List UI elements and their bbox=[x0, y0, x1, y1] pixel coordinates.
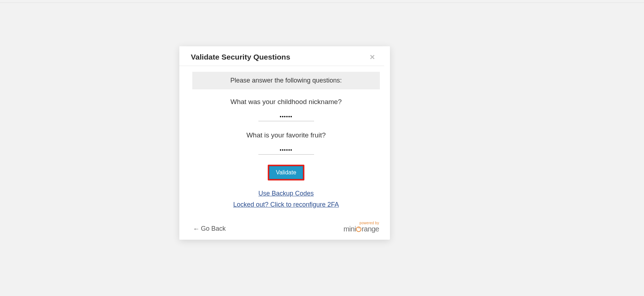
answer-input-2[interactable] bbox=[258, 145, 314, 155]
instruction-text: Please answer the following questions: bbox=[192, 72, 380, 89]
powered-by-badge: powered by minirange bbox=[344, 221, 379, 232]
modal-header: Validate Security Questions × bbox=[179, 46, 384, 66]
brand-logo: minirange bbox=[344, 225, 379, 233]
close-icon[interactable]: × bbox=[368, 53, 377, 61]
go-back-link[interactable]: ← Go Back bbox=[193, 225, 226, 232]
modal-footer: ← Go Back powered by minirange bbox=[179, 219, 390, 240]
powered-by-text: powered by bbox=[344, 221, 379, 225]
brand-orange-icon bbox=[356, 225, 362, 232]
security-questions-modal: Validate Security Questions × Please ans… bbox=[179, 46, 390, 240]
backup-codes-row: Use Backup Codes bbox=[192, 190, 380, 197]
brand-part2: range bbox=[362, 225, 379, 233]
arrow-left-icon: ← bbox=[193, 226, 199, 232]
answer-input-1[interactable] bbox=[258, 112, 314, 121]
locked-out-row: Locked out? Click to reconfigure 2FA bbox=[192, 201, 380, 208]
locked-out-link[interactable]: Locked out? Click to reconfigure 2FA bbox=[233, 201, 339, 208]
modal-body: Please answer the following questions: W… bbox=[179, 66, 390, 219]
use-backup-codes-link[interactable]: Use Backup Codes bbox=[258, 190, 314, 197]
question-2: What is your favorite fruit? bbox=[192, 131, 380, 139]
modal-title: Validate Security Questions bbox=[191, 53, 290, 61]
validate-button[interactable]: Validate bbox=[269, 166, 303, 179]
top-divider bbox=[0, 3, 644, 3]
question-1: What was your childhood nickname? bbox=[192, 98, 380, 106]
brand-part1: mini bbox=[344, 225, 356, 233]
validate-highlight: Validate bbox=[268, 165, 305, 180]
go-back-label: Go Back bbox=[201, 225, 226, 232]
